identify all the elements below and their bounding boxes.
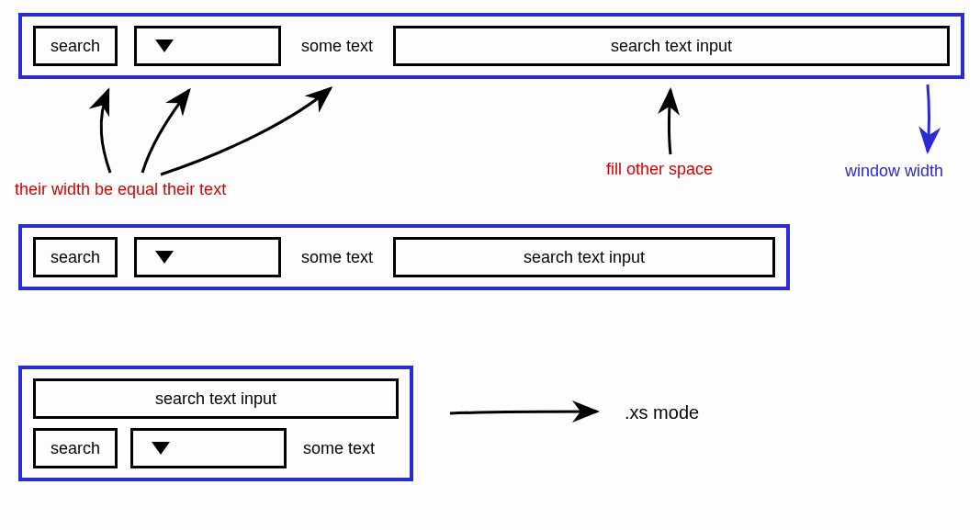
search-input[interactable]: search text input (393, 26, 950, 66)
static-text: some text (299, 439, 378, 458)
search-input-label: search text input (611, 37, 732, 56)
diagram-canvas: search some text search text input searc… (0, 0, 980, 530)
dropdown[interactable] (134, 26, 281, 66)
search-button[interactable]: search (33, 237, 118, 277)
static-text: some text (298, 248, 377, 267)
search-button-label: search (51, 37, 100, 56)
dropdown[interactable] (134, 237, 281, 277)
search-input-label: search text input (155, 389, 276, 409)
search-input-label: search text input (524, 248, 645, 267)
annotation-width-equal-text: their width be equal their text (15, 180, 226, 199)
annotation-window-width: window width (845, 162, 943, 181)
dropdown[interactable] (130, 428, 287, 468)
annotation-xs-mode: .xs mode (625, 402, 699, 423)
layout-bar-large: search some text search text input (18, 13, 964, 79)
search-input[interactable]: search text input (393, 237, 775, 277)
layout-bar-medium: search some text search text input (18, 224, 790, 290)
layout-bar-xs: search text input search some text (18, 366, 413, 481)
chevron-down-icon (152, 442, 170, 455)
chevron-down-icon (155, 251, 174, 264)
static-text-label: some text (301, 37, 373, 55)
search-button[interactable]: search (33, 428, 118, 468)
static-text-label: some text (301, 248, 373, 266)
static-text-label: some text (303, 439, 375, 457)
search-button[interactable]: search (33, 26, 118, 66)
search-input[interactable]: search text input (33, 378, 399, 419)
static-text: some text (298, 37, 377, 56)
chevron-down-icon (155, 39, 174, 52)
annotation-fill-space: fill other space (606, 160, 713, 179)
search-button-label: search (51, 439, 100, 458)
search-button-label: search (51, 248, 100, 267)
